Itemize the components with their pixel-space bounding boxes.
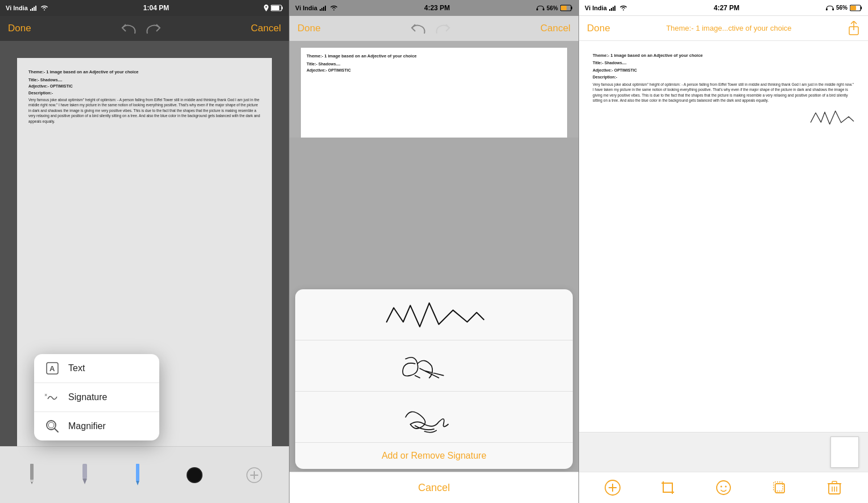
sig-stamp [809,109,854,131]
wifi-icon-3 [619,5,627,11]
menu-item-magnifier[interactable]: Magnifier [34,412,159,440]
tool-add[interactable] [246,467,262,483]
carrier-2: Vi India [295,5,317,11]
status-bar-3: Vi India 4:27 PM 56% [579,0,868,16]
tool-color[interactable] [185,466,204,484]
svg-line-13 [55,429,58,432]
status-left-3: Vi India [585,5,627,11]
add-remove-signature[interactable]: Add or Remove Signature [295,443,573,469]
svg-rect-31 [543,9,544,11]
svg-rect-19 [136,464,139,481]
svg-rect-56 [832,481,837,484]
signal-icon-3 [609,5,617,11]
sig-area: Add or Remove Signature Cancel [290,138,578,503]
signal-icon-2 [320,5,328,11]
svg-rect-29 [325,6,326,11]
svg-rect-2 [34,7,35,11]
battery-pct-3: 56% [836,5,848,11]
signal-icon [30,5,38,11]
doc-body-3: Very famous joke about optimism" height … [593,82,854,103]
battery-pct-2: 56% [547,5,558,11]
doc-adjective-3: Adjective:- OPTIMISTIC [593,68,854,74]
status-bar-2: Vi India 4:23 PM 56% [290,0,578,16]
svg-rect-40 [832,8,834,10]
sig-item-2[interactable] [295,340,573,392]
signature-icon: × [44,389,60,405]
svg-point-49 [717,481,730,494]
time-3: 4:27 PM [714,4,739,12]
cancel-button-1[interactable]: Cancel [251,23,281,34]
svg-rect-38 [614,6,615,11]
time-2: 4:23 PM [424,4,450,12]
carrier-1: Vi India [6,5,28,11]
crop-button-3[interactable] [659,479,677,497]
tool-marker[interactable] [80,464,90,487]
doc-desc-header-1: Description:- [28,90,261,96]
svg-rect-33 [571,7,572,10]
headphones-icon-2 [536,5,544,11]
battery-icon-3 [850,5,862,11]
menu-item-signature[interactable]: × Signature [34,383,159,412]
doc-adjective-1: Adjective:- OPTIMISTIC [28,84,261,89]
cancel-button-2[interactable]: Cancel [540,23,571,34]
popup-menu: A Text × Signature Magnifier [34,354,159,440]
status-left-2: Vi India [295,5,338,11]
svg-rect-42 [861,6,862,9]
sig-item-1[interactable] [295,289,573,340]
menu-text-label: Text [68,363,85,373]
doc-page-2: Theme:- 1 image based on an Adjective of… [301,48,567,138]
battery-icon-2 [560,5,573,11]
cancel-large-button[interactable]: Cancel [290,472,578,503]
tool-pen[interactable] [133,464,143,487]
battery-icon-1 [271,5,283,11]
share-icon[interactable] [848,21,860,36]
svg-rect-1 [32,8,33,11]
trash-button-3[interactable] [825,479,844,497]
svg-rect-16 [30,480,34,482]
face-button-3[interactable] [714,479,733,497]
menu-signature-label: Signature [68,392,108,402]
done-button-1[interactable]: Done [8,23,31,34]
doc-body-1: Very famous joke about optimism" height … [28,97,261,124]
status-left-1: Vi India [6,5,48,11]
thumb-strip [579,432,868,472]
text-icon: A [44,360,60,376]
svg-rect-27 [321,8,323,11]
status-bar-1: Vi India 1:04 PM [0,0,289,16]
svg-rect-26 [320,9,321,11]
redo-icon[interactable] [146,22,161,35]
doc-desc-header-3: Description:- [593,74,854,81]
doc-theme-2: Theme:- 1 image based on an Adjective of… [307,53,561,60]
svg-point-51 [725,486,726,488]
svg-rect-14 [30,464,34,480]
carrier-3: Vi India [585,5,607,11]
nav-center-2 [411,22,450,35]
undo-icon-2[interactable] [411,22,425,35]
sig-item-3[interactable] [295,392,573,443]
svg-rect-17 [82,464,87,479]
duplicate-button-3[interactable] [770,479,788,497]
add-button-3[interactable] [604,479,622,497]
doc-page-3: Theme:- 1 image based on an Adjective of… [579,41,868,432]
doc-theme-1: Theme:- 1 image based on an Adjective of… [28,69,261,76]
svg-rect-6 [282,7,283,10]
status-right-1 [264,5,283,11]
placed-signature [809,109,854,128]
menu-item-text[interactable]: A Text [34,354,159,383]
undo-icon[interactable] [121,22,136,35]
wifi-icon [40,5,48,11]
doc-area-2: Theme:- 1 image based on an Adjective of… [290,41,578,138]
time-1: 1:04 PM [143,4,169,12]
status-right-2: 56% [536,5,573,11]
svg-rect-35 [609,9,610,11]
panel-2: Vi India 4:23 PM 56% Done Cancel Theme:-… [289,0,579,503]
done-button-2[interactable]: Done [297,23,321,34]
status-right-3: 56% [826,5,862,11]
svg-point-4 [266,6,267,8]
location-icon [264,5,268,11]
svg-rect-34 [561,6,567,10]
svg-text:×: × [44,392,47,398]
done-button-3[interactable]: Done [587,23,610,34]
tool-pencil[interactable] [27,464,37,487]
redo-icon-2[interactable] [436,22,450,35]
